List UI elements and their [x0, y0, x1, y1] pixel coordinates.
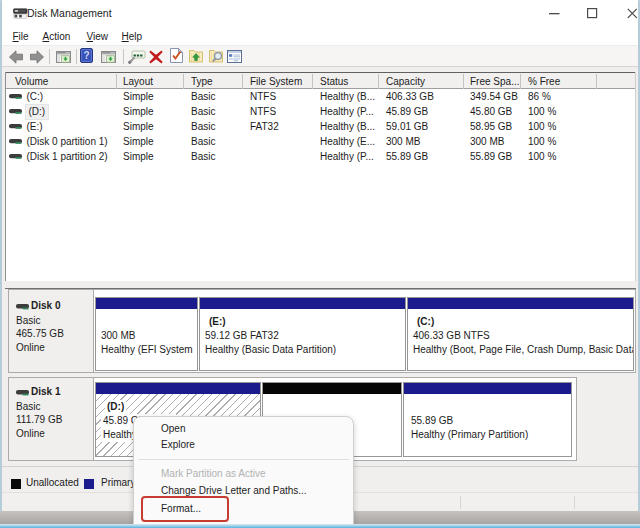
- svg-text:?: ?: [83, 50, 89, 61]
